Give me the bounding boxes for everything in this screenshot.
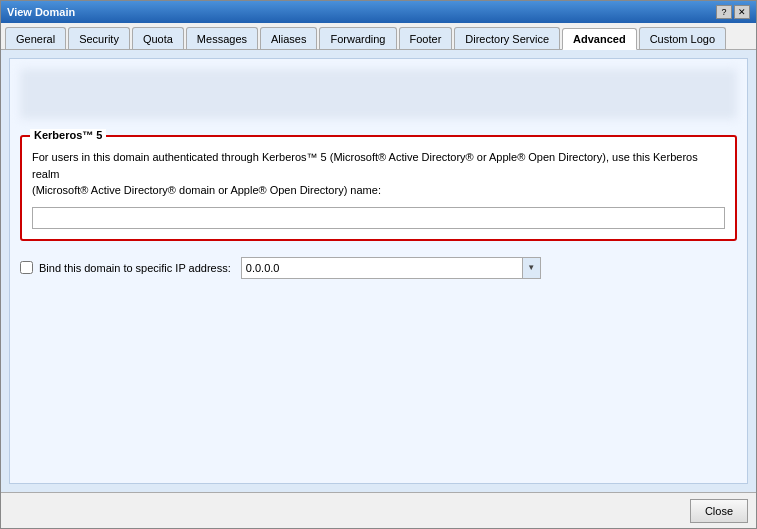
tab-advanced[interactable]: Advanced: [562, 28, 637, 50]
tab-forwarding[interactable]: Forwarding: [319, 27, 396, 49]
tab-quota[interactable]: Quota: [132, 27, 184, 49]
content-area: Kerberos™ 5 For users in this domain aut…: [1, 50, 756, 492]
tab-footer[interactable]: Footer: [399, 27, 453, 49]
title-bar-controls: ? ✕: [716, 5, 750, 19]
tab-directory-service[interactable]: Directory Service: [454, 27, 560, 49]
title-bar: View Domain ? ✕: [1, 1, 756, 23]
tab-security[interactable]: Security: [68, 27, 130, 49]
window-title: View Domain: [7, 6, 75, 18]
bottom-bar: Close: [1, 492, 756, 528]
kerberos-legend: Kerberos™ 5: [30, 129, 106, 141]
bind-row: Bind this domain to specific IP address:…: [20, 253, 737, 283]
tab-custom-logo[interactable]: Custom Logo: [639, 27, 726, 49]
ip-select[interactable]: 0.0.0.0: [241, 257, 541, 279]
bind-label: Bind this domain to specific IP address:: [39, 262, 231, 274]
tab-messages[interactable]: Messages: [186, 27, 258, 49]
bind-checkbox-label[interactable]: Bind this domain to specific IP address:: [20, 261, 231, 274]
kerberos-description: For users in this domain authenticated t…: [32, 149, 725, 199]
content-spacer: [20, 295, 737, 474]
tab-aliases[interactable]: Aliases: [260, 27, 317, 49]
view-domain-window: View Domain ? ✕ General Security Quota M…: [0, 0, 757, 529]
help-button[interactable]: ?: [716, 5, 732, 19]
bind-checkbox[interactable]: [20, 261, 33, 274]
blurred-section: [20, 69, 737, 119]
kerberos-realm-input[interactable]: [32, 207, 725, 229]
tab-general[interactable]: General: [5, 27, 66, 49]
inner-content: Kerberos™ 5 For users in this domain aut…: [9, 58, 748, 484]
window-close-button[interactable]: ✕: [734, 5, 750, 19]
close-button[interactable]: Close: [690, 499, 748, 523]
kerberos-group: Kerberos™ 5 For users in this domain aut…: [20, 135, 737, 241]
tab-bar: General Security Quota Messages Aliases …: [1, 23, 756, 50]
ip-select-wrapper: 0.0.0.0 ▼: [241, 257, 541, 279]
